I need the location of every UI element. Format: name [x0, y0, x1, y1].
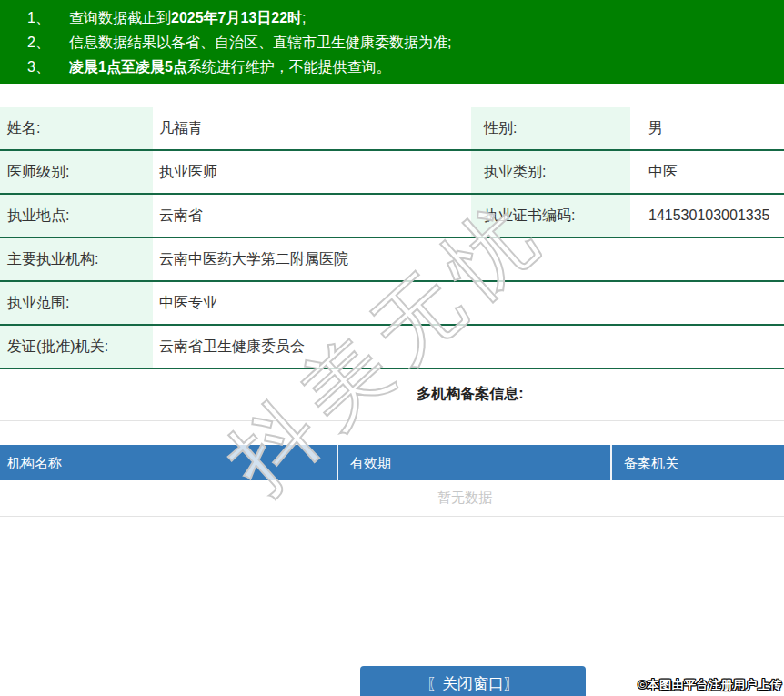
- practice-type-label: 执业类别:: [471, 151, 630, 193]
- practice-location-label: 执业地点:: [0, 195, 153, 237]
- gender-label: 性别:: [471, 107, 630, 149]
- practice-scope-value: 中医专业: [153, 282, 784, 324]
- main-institution-label: 主要执业机构:: [0, 238, 153, 280]
- column-validity-period: 有效期: [337, 445, 610, 480]
- doctor-level-label: 医师级别:: [0, 151, 153, 193]
- records-table-header: 机构名称 有效期 备案机关: [0, 445, 784, 480]
- column-record-authority: 备案机关: [610, 445, 784, 480]
- license-query-page: 1、查询数据截止到2025年7月13日22时; 2、信息数据结果以各省、自治区、…: [0, 0, 784, 696]
- notice-text-bold: 凌晨1点至凌晨5点: [69, 59, 187, 75]
- notice-text: 系统进行维护，不能提供查询。: [187, 59, 391, 75]
- practice-scope-label: 执业范围:: [0, 282, 153, 324]
- table-row-level-category: 医师级别: 执业医师 执业类别: 中医: [0, 151, 784, 195]
- table-row-name-gender: 姓名: 凡福青 性别: 男: [0, 107, 784, 151]
- notice-number: 2、: [27, 30, 69, 55]
- table-row-main-institution: 主要执业机构: 云南中医药大学第二附属医院: [0, 238, 784, 282]
- notice-banner: 1、查询数据截止到2025年7月13日22时; 2、信息数据结果以各省、自治区、…: [0, 0, 784, 84]
- notice-text: 查询数据截止到: [69, 10, 171, 25]
- notice-line-1: 1、查询数据截止到2025年7月13日22时;: [0, 5, 784, 30]
- certificate-no-value: 141530103001335: [630, 195, 784, 237]
- upload-copyright-note: ©本图由平台注册用户上传: [638, 677, 782, 693]
- main-institution-value: 云南中医药大学第二附属医院: [153, 238, 784, 280]
- name-value: 凡福青: [153, 107, 471, 149]
- notice-text: ;: [302, 10, 306, 25]
- table-row-issuing-authority: 发证(批准)机关: 云南省卫生健康委员会: [0, 326, 784, 369]
- certificate-no-label: 执业证书编码:: [471, 195, 630, 237]
- table-row-location-certno: 执业地点: 云南省 执业证书编码: 141530103001335: [0, 195, 784, 238]
- close-window-button[interactable]: 〖关闭窗口〗: [360, 666, 586, 696]
- doctor-level-value: 执业医师: [153, 151, 471, 193]
- notice-line-2: 2、信息数据结果以各省、自治区、直辖市卫生健康委数据为准;: [0, 30, 784, 55]
- table-row-practice-scope: 执业范围: 中医专业: [0, 282, 784, 326]
- notice-text: 信息数据结果以各省、自治区、直辖市卫生健康委数据为准;: [69, 35, 451, 50]
- multi-institution-section-title: 多机构备案信息:: [0, 369, 784, 421]
- issuing-authority-value: 云南省卫生健康委员会: [153, 326, 784, 368]
- name-label: 姓名:: [0, 107, 153, 149]
- no-data-placeholder: 暂无数据: [0, 480, 784, 517]
- notice-line-3: 3、凌晨1点至凌晨5点系统进行维护，不能提供查询。: [0, 55, 784, 79]
- practice-location-value: 云南省: [153, 195, 471, 237]
- issuing-authority-label: 发证(批准)机关:: [0, 326, 153, 368]
- notice-number: 1、: [27, 5, 69, 30]
- notice-text-bold: 2025年7月13日22时: [171, 10, 302, 25]
- gender-value: 男: [630, 107, 784, 149]
- practice-type-value: 中医: [630, 151, 784, 193]
- doctor-info-table: 姓名: 凡福青 性别: 男 医师级别: 执业医师 执业类别: 中医 执业地点: …: [0, 107, 784, 369]
- notice-number: 3、: [27, 55, 69, 79]
- column-institution-name: 机构名称: [0, 445, 337, 480]
